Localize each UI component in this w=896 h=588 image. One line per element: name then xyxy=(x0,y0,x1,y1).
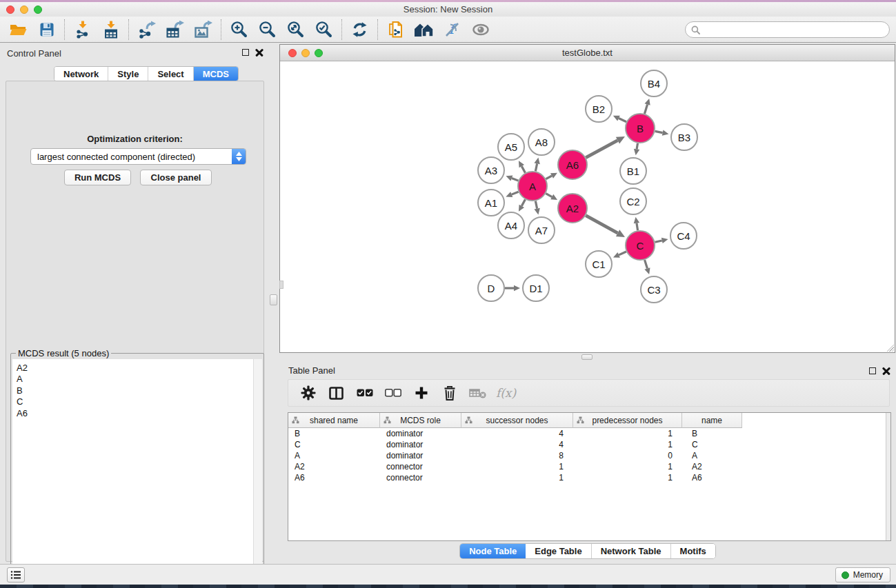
graph-edge-A2-C[interactable] xyxy=(586,216,617,234)
divider-handle[interactable] xyxy=(581,354,593,360)
mcds-result-item[interactable]: B xyxy=(12,385,262,396)
show-details-button[interactable] xyxy=(466,19,495,41)
search-input[interactable] xyxy=(703,25,889,34)
float-panel-icon[interactable] xyxy=(869,367,876,374)
first-neighbors-button[interactable] xyxy=(410,19,438,41)
mcds-result-item[interactable]: A6 xyxy=(12,408,262,419)
show-columns-button[interactable] xyxy=(323,381,349,405)
mcds-result-item[interactable]: A xyxy=(12,374,262,385)
app-titlebar[interactable]: Session: New Session xyxy=(0,2,896,17)
table-cell: 0 xyxy=(573,450,682,461)
tab-network-table[interactable]: Network Table xyxy=(592,544,671,558)
horizontal-split-divider[interactable] xyxy=(280,353,896,361)
export-network-button[interactable] xyxy=(132,19,161,41)
graph-edge-B-B3[interactable] xyxy=(655,131,663,132)
save-session-button[interactable] xyxy=(32,19,61,41)
graph-node-label-C1: C1 xyxy=(592,258,605,270)
create-column-button[interactable] xyxy=(408,381,434,405)
select-all-rows-button[interactable] xyxy=(352,381,377,405)
close-panel-icon[interactable] xyxy=(255,48,263,57)
graph-edge-A-A8[interactable] xyxy=(535,163,537,171)
table-scrollbar[interactable] xyxy=(886,413,890,540)
graph-edge-C-C2[interactable] xyxy=(637,223,638,231)
graph-edge-C-C1[interactable] xyxy=(619,252,626,255)
export-table-button[interactable] xyxy=(161,19,189,41)
table-row[interactable]: A6connector11A6 xyxy=(288,472,890,483)
folder-open-icon xyxy=(9,21,28,38)
table-row[interactable]: Bdominator41B xyxy=(288,428,890,439)
tab-style[interactable]: Style xyxy=(108,67,148,81)
mcds-result-item[interactable]: A2 xyxy=(12,359,262,374)
divider-handle[interactable] xyxy=(270,294,277,305)
network-window-titlebar[interactable]: testGlobe.txt xyxy=(280,45,895,61)
graph-edge-B-B4[interactable] xyxy=(644,105,647,114)
column-header-predecessor-nodes[interactable]: predecessor nodes xyxy=(573,413,682,428)
zoom-out-button[interactable] xyxy=(253,19,281,41)
tab-network[interactable]: Network xyxy=(54,67,108,81)
graph-edge-A-A3[interactable] xyxy=(512,178,519,181)
zoom-fit-button[interactable] xyxy=(281,19,310,41)
show-panels-button[interactable] xyxy=(7,567,25,582)
refresh-view-button[interactable] xyxy=(346,19,374,41)
table-row[interactable]: A2connector11A2 xyxy=(288,461,890,472)
graph-edge-A6-B[interactable] xyxy=(586,141,617,158)
graph-edge-A-A2[interactable] xyxy=(546,194,552,197)
gear-icon xyxy=(301,385,316,401)
criterion-select[interactable]: largest connected component (directed) xyxy=(30,148,246,165)
graph-edge-A-A6[interactable] xyxy=(546,176,552,179)
table-cell: connector xyxy=(380,472,461,483)
import-table-icon xyxy=(103,21,119,39)
table-cell: A6 xyxy=(288,472,380,483)
memory-button[interactable]: Memory xyxy=(835,567,890,582)
table-settings-button[interactable] xyxy=(295,381,321,405)
open-session-button[interactable] xyxy=(4,19,32,41)
copy-network-button[interactable] xyxy=(381,19,410,41)
hide-function-button[interactable]: f xyxy=(438,19,466,41)
tab-motifs[interactable]: Motifs xyxy=(671,544,715,558)
deselect-all-rows-button[interactable] xyxy=(380,381,406,405)
tab-edge-table[interactable]: Edge Table xyxy=(526,544,591,558)
delete-columns-button[interactable] xyxy=(437,381,462,405)
close-panel-button[interactable]: Close panel xyxy=(140,170,212,185)
save-icon xyxy=(39,21,55,38)
table-row[interactable]: Cdominator41C xyxy=(288,439,890,450)
import-table-button[interactable] xyxy=(97,19,125,41)
tab-node-table[interactable]: Node Table xyxy=(460,544,526,558)
delete-table-button[interactable] xyxy=(465,381,490,405)
list-icon xyxy=(10,570,21,580)
graph-edge-A-A5[interactable] xyxy=(521,166,525,173)
graph-edge-B-B1[interactable] xyxy=(637,143,637,150)
column-header-name[interactable]: name xyxy=(682,413,742,428)
column-header-shared-name[interactable]: shared name xyxy=(288,413,380,428)
select-all-checkboxes-icon xyxy=(357,389,373,397)
zoom-selected-button[interactable] xyxy=(310,19,338,41)
tab-mcds[interactable]: MCDS xyxy=(194,67,238,81)
window-resize-grip[interactable] xyxy=(885,343,894,352)
network-canvas-svg[interactable]: AA1A2A3A4A5A6A7A8BB1B2B3B4CC1C2C3C4DD1 xyxy=(280,61,895,352)
graph-edge-A-A7[interactable] xyxy=(535,201,537,209)
export-image-button[interactable] xyxy=(189,19,217,41)
graph-edge-C-C4[interactable] xyxy=(655,241,661,242)
import-network-button[interactable] xyxy=(68,19,97,41)
graph-edge-C-C3[interactable] xyxy=(645,260,648,268)
run-mcds-button[interactable]: Run MCDS xyxy=(64,170,131,185)
column-header-successor-nodes[interactable]: successor nodes xyxy=(461,413,573,428)
table-row[interactable]: Adominator80A xyxy=(288,450,890,461)
graph-edge-A-A4[interactable] xyxy=(521,199,525,206)
graph-edge-A-A1[interactable] xyxy=(512,192,519,194)
result-list-scrollbar[interactable] xyxy=(253,359,262,588)
vertical-split-divider[interactable] xyxy=(269,43,280,564)
table-cell: 4 xyxy=(461,439,573,450)
mcds-result-item[interactable]: C xyxy=(12,396,262,407)
select-stepper-icon xyxy=(232,149,246,164)
function-builder-button[interactable]: f(x) xyxy=(493,381,519,405)
zoom-in-button[interactable] xyxy=(225,19,253,41)
table-header-row: shared nameMCDS rolesuccessor nodesprede… xyxy=(288,413,890,428)
graph-edge-B-B2[interactable] xyxy=(619,119,626,122)
column-header-MCDS-role[interactable]: MCDS role xyxy=(380,413,461,428)
graph-node-label-A7: A7 xyxy=(535,225,548,236)
close-panel-icon[interactable] xyxy=(882,367,890,375)
tab-select[interactable]: Select xyxy=(148,67,193,81)
float-panel-icon[interactable] xyxy=(242,49,249,56)
search-field[interactable] xyxy=(685,21,890,38)
